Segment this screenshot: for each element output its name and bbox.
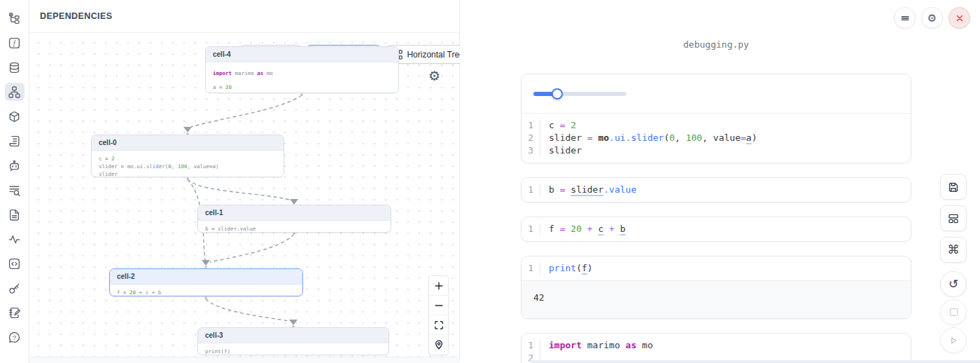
graph-toolbar-label: Horizontal Tree <box>407 50 460 60</box>
dependency-graph-canvas[interactable]: Mini MapVertical TreeHorizontal Tree ⚙ c… <box>29 33 460 363</box>
sidebar-item-secrets[interactable] <box>5 279 24 297</box>
notebook-cell: 1c = 22slider = mo.ui.slider(0, 100, val… <box>521 74 911 163</box>
sidebar-item-documentation[interactable] <box>5 205 24 224</box>
code-line: f = 20 + c + b <box>540 223 626 235</box>
key-icon <box>8 282 20 294</box>
undo-button[interactable]: ↺ <box>940 271 967 297</box>
sidebar-item-file-explorer[interactable] <box>5 9 24 27</box>
graph-node-cell-1[interactable]: cell-1b = slider.value <box>197 205 391 233</box>
menu-icon <box>900 13 910 23</box>
graph-node-cell-0[interactable]: cell-0c = 2slider = mo.ui.slider(0, 100,… <box>91 135 284 177</box>
cell-code-editor[interactable]: 1c = 22slider = mo.ui.slider(0, 100, val… <box>522 114 911 163</box>
graph-node-title: cell-0 <box>92 135 284 151</box>
sidebar-item-help[interactable]: ? <box>5 328 24 346</box>
code-line: import marimo as mo <box>540 339 653 352</box>
notebook-panel: debugging.py 1c = 22slider = mo.ui.slide… <box>460 0 980 363</box>
graph-settings-button[interactable]: ⚙ <box>428 69 440 83</box>
function-square-icon: f <box>8 37 20 49</box>
line-number: 3 <box>522 144 540 157</box>
undo-icon: ↺ <box>948 278 958 290</box>
sidebar-item-scratchpad[interactable] <box>5 303 24 322</box>
menu-button[interactable] <box>894 7 916 29</box>
cell-output: 42 <box>522 280 911 318</box>
graph-node-title: cell-3 <box>198 328 388 343</box>
sidebar-item-packages[interactable] <box>5 107 24 125</box>
stop-icon <box>950 308 958 316</box>
gear-icon: ⚙ <box>428 69 440 83</box>
cell-code-editor[interactable]: 1b = slider.value <box>522 178 911 202</box>
sidebar-item-snippets[interactable] <box>5 254 24 273</box>
line-number: 1 <box>522 119 540 132</box>
code-line: slider = mo.ui.slider(0, 100, value=a) <box>540 132 757 144</box>
map-pin-icon <box>434 340 444 350</box>
zoom-out-button[interactable] <box>429 296 448 315</box>
activity-icon <box>8 233 20 245</box>
notebook-cell: 1b = slider.value <box>521 177 911 203</box>
graph-node-cell-2[interactable]: cell-2f = 20 + c + b <box>109 268 303 296</box>
svg-text:?: ? <box>13 334 16 341</box>
slider-widget[interactable] <box>533 92 626 96</box>
graph-node-cell-3[interactable]: cell-3print(f) <box>197 327 389 355</box>
line-number: 2 <box>522 132 540 144</box>
graph-node-title: cell-2 <box>110 269 302 285</box>
minus-icon <box>434 301 444 310</box>
graph-node-title: cell-1 <box>198 205 391 221</box>
line-number: 1 <box>522 184 540 196</box>
command-palette-button[interactable]: ⌘ <box>940 237 967 263</box>
activity-sidebar: f? <box>0 0 29 363</box>
notebook-cells: 1c = 22slider = mo.ui.slider(0, 100, val… <box>521 74 911 363</box>
code-line: b = slider.value <box>540 184 636 196</box>
close-icon <box>955 13 965 23</box>
close-panel-button[interactable] <box>442 15 445 18</box>
sidebar-item-chat[interactable] <box>5 156 24 174</box>
center-selection-button[interactable] <box>429 335 448 355</box>
sidebar-item-datasources[interactable] <box>5 58 24 76</box>
database-icon <box>8 62 20 74</box>
code-line: slider <box>540 144 582 157</box>
play-icon <box>948 335 959 346</box>
file-text-icon <box>8 209 20 221</box>
scroll-icon <box>8 135 20 147</box>
cell-code-editor[interactable]: 1f = 20 + c + b <box>522 217 911 241</box>
code-square-icon <box>8 258 20 270</box>
graph-node-code: c = 2slider = mo.ui.slider(0, 100, value… <box>92 151 284 177</box>
app-root: f? DEPENDENCIES Mini MapVertical TreeHor… <box>0 0 980 363</box>
slider-thumb[interactable] <box>552 88 563 100</box>
zoom-in-button[interactable] <box>429 276 448 296</box>
graph-zoom-controls <box>428 275 449 355</box>
sidebar-item-search[interactable] <box>5 181 24 199</box>
settings-button[interactable]: ⚙ <box>921 7 943 29</box>
run-button[interactable] <box>940 327 967 353</box>
slider-output-area <box>522 74 911 114</box>
fit-view-button[interactable] <box>429 315 448 335</box>
stop-button[interactable] <box>940 299 967 325</box>
sidebar-item-dependencies[interactable] <box>5 83 24 101</box>
maximize-icon <box>434 320 444 330</box>
notebook-action-buttons: ⌘↺ <box>940 174 967 355</box>
layout-button[interactable] <box>940 205 967 231</box>
line-number: 1 <box>522 262 540 275</box>
sidebar-item-tracing[interactable] <box>5 230 24 248</box>
window-controls: ⚙ <box>894 7 970 29</box>
layout-icon <box>948 213 959 224</box>
bot-icon <box>8 160 20 172</box>
graph-node-title: cell-4 <box>206 47 398 62</box>
command-icon: ⌘ <box>948 244 960 256</box>
gear-icon: ⚙ <box>927 13 937 23</box>
sidebar-item-functions[interactable]: f <box>5 34 24 52</box>
bottom-strip <box>530 360 980 363</box>
shutdown-button[interactable] <box>948 7 970 29</box>
graph-bottom-strip <box>29 357 460 363</box>
sidebar-item-logs[interactable] <box>5 132 24 150</box>
cell-code-editor[interactable]: 1import marimo as mo2 <box>522 334 911 363</box>
graph-node-cell-4[interactable]: cell-4import marimo as moa = 20 <box>205 46 399 93</box>
cell-code-editor[interactable]: 1print(f) <box>522 256 911 280</box>
notebook-pen-icon <box>8 307 20 319</box>
save-button[interactable] <box>940 174 967 200</box>
notebook-cell: 1f = 20 + c + b <box>521 217 911 242</box>
graph-node-code: import marimo as moa = 20 <box>206 62 398 93</box>
plus-icon <box>434 281 444 291</box>
notebook-filename: debugging.py <box>521 39 911 50</box>
panel-title: DEPENDENCIES <box>40 11 112 21</box>
dependencies-header: DEPENDENCIES <box>29 0 459 33</box>
